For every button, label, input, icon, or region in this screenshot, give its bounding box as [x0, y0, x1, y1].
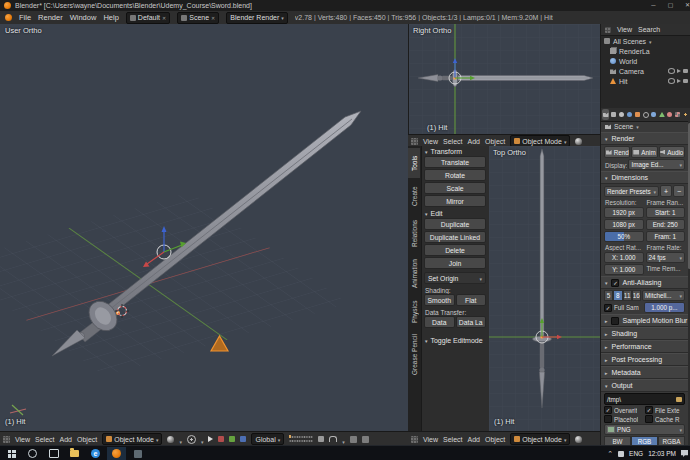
editor-type-icon[interactable]: [411, 436, 418, 443]
tab-render[interactable]: [602, 109, 609, 120]
file-format-select[interactable]: PNG: [604, 424, 685, 435]
app-taskbar-button[interactable]: [128, 447, 147, 460]
render-opengl-anim-icon[interactable]: [362, 436, 369, 443]
aa-filter-select[interactable]: Mitchell...: [642, 290, 685, 301]
manipulator-scale-icon[interactable]: [240, 436, 246, 442]
renderable-icon[interactable]: [683, 69, 688, 73]
tab-modifiers[interactable]: [650, 109, 657, 120]
menu-select[interactable]: Select: [443, 436, 462, 443]
antialiasing-checkbox[interactable]: [611, 279, 619, 287]
tab-animation[interactable]: Animation: [408, 254, 420, 294]
clock[interactable]: 12:03 PM: [648, 450, 676, 457]
menu-help[interactable]: Help: [103, 13, 118, 22]
browser-button[interactable]: [86, 447, 105, 460]
set-origin-dropdown[interactable]: Set Origin: [424, 272, 486, 284]
editor-type-icon[interactable]: [3, 436, 10, 443]
tab-texture[interactable]: [674, 109, 681, 120]
task-view-button[interactable]: [44, 447, 63, 460]
mirror-button[interactable]: Mirror: [424, 195, 486, 207]
pivot-center-icon[interactable]: [187, 435, 196, 444]
menu-object[interactable]: Object: [485, 436, 505, 443]
tab-grease-pencil[interactable]: Grease Pencil: [408, 330, 420, 380]
manipulator-translate-icon[interactable]: [218, 436, 224, 442]
mode-select[interactable]: Object Mode: [102, 433, 162, 445]
menu-object[interactable]: Object: [77, 436, 97, 443]
viewport-shading-icon[interactable]: [167, 436, 174, 443]
viewport-user-canvas[interactable]: [0, 24, 408, 431]
menu-window[interactable]: Window: [70, 13, 97, 22]
rotate-button[interactable]: Rotate: [424, 169, 486, 181]
viewport-top-ortho[interactable]: Top Ortho (1) Hit: [489, 146, 600, 431]
aa-samples-11[interactable]: 11: [623, 290, 632, 301]
panel-post-processing-header[interactable]: Post Processing: [601, 353, 688, 366]
minimize-button[interactable]: [647, 0, 660, 11]
language-indicator[interactable]: ENG: [629, 450, 643, 457]
panel-toggle-editmode-header[interactable]: Toggle Editmode: [421, 335, 489, 345]
editor-type-icon[interactable]: [605, 27, 611, 33]
data-transfer-button[interactable]: Data: [424, 316, 455, 328]
blender-logo-icon[interactable]: [5, 14, 12, 21]
outliner-item-hit[interactable]: Hit: [601, 76, 690, 86]
overwrite-option[interactable]: Overwrit: [604, 406, 644, 414]
folder-icon[interactable]: [676, 397, 682, 402]
render-still-button[interactable]: Rend: [604, 146, 630, 158]
frame-rate-select[interactable]: 24 fps: [646, 252, 686, 263]
panel-output-header[interactable]: Output: [601, 379, 688, 392]
manipulator-rotate-icon[interactable]: [229, 436, 235, 442]
screen-layout-selector[interactable]: Default: [126, 12, 170, 24]
delete-button[interactable]: Delete: [424, 244, 486, 256]
selectable-icon[interactable]: [677, 79, 681, 83]
render-opengl-icon[interactable]: [350, 436, 357, 443]
placeholders-checkbox[interactable]: [604, 415, 612, 423]
menu-view[interactable]: View: [617, 26, 632, 33]
scene-selector[interactable]: Scene: [177, 12, 219, 24]
frame-start-field[interactable]: Start: 1: [646, 207, 686, 218]
scale-button[interactable]: Scale: [424, 182, 486, 194]
menu-object[interactable]: Object: [485, 138, 505, 145]
selectable-icon[interactable]: [677, 69, 681, 73]
aa-size-slider[interactable]: 1.000 p...: [644, 302, 685, 313]
menu-select[interactable]: Select: [443, 138, 462, 145]
duplicate-linked-button[interactable]: Duplicate Linked: [424, 231, 486, 243]
panel-performance-header[interactable]: Performance: [601, 340, 688, 353]
cache-result-option[interactable]: Cache R: [645, 415, 685, 423]
unlink-scene-icon[interactable]: [211, 14, 215, 21]
menu-select[interactable]: Select: [35, 436, 54, 443]
close-button[interactable]: [681, 0, 690, 11]
tray-chevron-icon[interactable]: [607, 450, 613, 458]
start-button[interactable]: [2, 447, 21, 460]
render-audio-button[interactable]: Audio: [659, 146, 685, 158]
tab-render-layers[interactable]: [610, 109, 617, 120]
preset-remove-button[interactable]: [673, 185, 685, 197]
viewport-shading-icon[interactable]: [575, 138, 582, 145]
full-sample-checkbox[interactable]: [604, 304, 612, 312]
layers-widget[interactable]: [289, 435, 313, 443]
visibility-eye-icon[interactable]: [668, 78, 675, 84]
renderable-icon[interactable]: [683, 79, 688, 83]
search-button[interactable]: [23, 447, 42, 460]
titlebar[interactable]: Blender* [C:\Users\wayne\Documents\Blend…: [0, 0, 690, 11]
tab-material[interactable]: [666, 109, 673, 120]
viewport-shading-icon[interactable]: [575, 436, 582, 443]
editor-type-icon[interactable]: [411, 138, 418, 145]
render-presets-select[interactable]: Render Presets: [604, 186, 659, 197]
panel-sampled-motion-blur-header[interactable]: Sampled Motion Blur: [601, 314, 688, 327]
blender-taskbar-button[interactable]: [107, 447, 126, 460]
maximize-button[interactable]: [664, 0, 677, 11]
menu-view[interactable]: View: [15, 436, 30, 443]
snap-magnet-icon[interactable]: [329, 436, 337, 442]
full-sample-option[interactable]: Full Sam: [604, 304, 643, 312]
mode-select[interactable]: Object Mode: [510, 433, 570, 445]
menu-view[interactable]: View: [423, 138, 438, 145]
resolution-percentage-slider[interactable]: 50%: [604, 231, 644, 242]
panel-metadata-header[interactable]: Metadata: [601, 366, 688, 379]
panel-shading-header[interactable]: Shading: [601, 327, 688, 340]
motion-blur-checkbox[interactable]: [611, 317, 619, 325]
display-mode-select[interactable]: Image Ed...: [628, 159, 685, 170]
tab-create[interactable]: Create: [408, 180, 420, 212]
aspect-y-slider[interactable]: Y: 1.000: [604, 264, 644, 275]
output-path-field[interactable]: /tmp\: [604, 393, 685, 405]
cache-result-checkbox[interactable]: [645, 415, 653, 423]
panel-antialiasing-header[interactable]: Anti-Aliasing: [601, 276, 688, 289]
tab-particles[interactable]: [682, 109, 689, 120]
